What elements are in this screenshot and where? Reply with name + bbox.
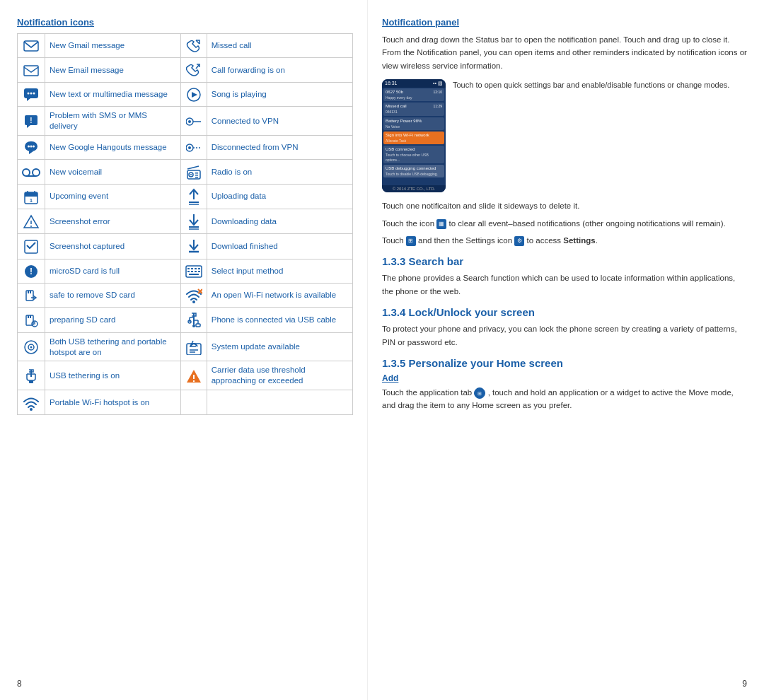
touch-notif-text: Touch one notificaiton and slide it side…: [382, 199, 747, 212]
svg-rect-63: [28, 291, 29, 293]
phone-notif-item: USB connected Touch to choose other USB …: [383, 146, 444, 163]
email-icon: [18, 58, 45, 82]
sms-error-icon: !: [18, 107, 45, 136]
svg-point-29: [190, 174, 192, 175]
wifi-hotspot-label: Portable Wi-Fi hotspot is on: [45, 390, 181, 414]
phone-notif-item: 0627 50b12:10 Happy every day: [383, 88, 444, 101]
svg-point-17: [28, 146, 30, 148]
svg-rect-86: [187, 344, 201, 355]
input-method-icon: [180, 259, 207, 283]
svg-rect-71: [30, 315, 31, 318]
table-row: New Gmail message Missed call: [18, 34, 353, 58]
section-133-heading: 1.3.3 Search bar: [382, 255, 747, 267]
svg-line-27: [187, 166, 199, 169]
section-134-body: To protect your phone and privacy, you c…: [382, 322, 747, 349]
svg-rect-91: [29, 380, 33, 383]
svg-rect-60: [198, 271, 200, 272]
page-number-right: 9: [742, 679, 747, 689]
phone-notif-item-orange: Sign into Wi-Fi network Allocate Task: [383, 132, 444, 144]
downloading-label: Downloading data: [207, 209, 352, 234]
svg-rect-32: [195, 177, 198, 178]
svg-point-9: [33, 93, 35, 95]
table-row: ! Problem with SMS or MMS delivery Conne…: [18, 107, 353, 136]
svg-point-94: [193, 380, 195, 382]
svg-point-95: [30, 408, 33, 411]
svg-point-7: [28, 93, 30, 95]
app-tab-icon: ⊞: [474, 387, 485, 399]
page-number-left: 8: [17, 679, 22, 689]
call-forward-label: Call forwarding is on: [207, 58, 352, 82]
download-finished-label: Download finished: [207, 234, 352, 259]
svg-rect-59: [195, 271, 197, 272]
notif-panel-title: Notification panel: [382, 17, 747, 28]
data-warning-icon: [180, 361, 207, 390]
usb-tethering-hotspot-icon: [18, 332, 45, 361]
data-warning-label: Carrier data use threshold approaching o…: [207, 361, 352, 390]
table-row: 1 Upcoming event Uploading data: [18, 184, 353, 209]
call-forward-icon: [180, 58, 207, 82]
svg-rect-30: [195, 173, 198, 174]
phone-bottom-bar: © 2014 ZTE CO., LTD.: [382, 185, 446, 192]
phone-notif-item: Missed call11:29 066131: [383, 103, 444, 115]
table-row: USB tethering is on Carrier data use thr…: [18, 361, 353, 390]
svg-rect-53: [187, 268, 190, 269]
table-row: Both USB tethering and portable hotspot …: [18, 332, 353, 361]
sd-preparing-label: preparing SD card: [45, 308, 181, 332]
wifi-available-label: An open Wi-Fi network is available: [207, 283, 352, 307]
svg-rect-55: [195, 268, 197, 269]
table-row: New Email message Call forwarding is on: [18, 58, 353, 82]
radio-on-label: Radio is on: [207, 160, 352, 184]
settings-text: Touch ⊞ and then the Settings icon ⚙ to …: [382, 234, 747, 247]
table-row: ! microSD card is full: [18, 259, 353, 283]
wifi-hotspot-icon: [18, 390, 45, 414]
missed-call-label: Missed call: [207, 34, 352, 58]
svg-point-24: [33, 169, 40, 176]
table-row: preparing SD card Phone is connecte: [18, 308, 353, 332]
screenshot-error-label: Screenshot error: [45, 209, 181, 234]
table-row: Screenshot captured Download finished: [18, 234, 353, 259]
notif-panel-body: Touch and drag down the Status bar to op…: [382, 33, 747, 72]
svg-rect-34: [25, 192, 37, 197]
svg-text:1: 1: [30, 198, 33, 203]
calendar-icon: 1: [18, 184, 45, 209]
vpn-disconnected-icon: [180, 136, 207, 160]
usb-connected-label: Phone is connected via USB cable: [207, 308, 352, 332]
empty-label: [207, 390, 352, 414]
table-row: Portable Wi-Fi hotspot is on: [18, 390, 353, 414]
uploading-icon: [180, 184, 207, 209]
svg-rect-70: [28, 315, 29, 318]
sd-remove-label: safe to remove SD card: [45, 283, 181, 307]
panel-image-row: 16:31 ▪▪ ▧ 0627 50b12:10 Happy every day…: [382, 79, 747, 192]
hangouts-label: New Google Hangouts message: [45, 136, 181, 160]
svg-text:!: !: [30, 267, 33, 276]
svg-point-43: [30, 226, 32, 227]
usb-tethering-label: USB tethering is on: [45, 361, 181, 390]
input-method-label: Select input method: [207, 259, 352, 283]
phone-mockup: 16:31 ▪▪ ▧ 0627 50b12:10 Happy every day…: [382, 79, 446, 192]
sd-full-icon: !: [18, 259, 45, 283]
uploading-label: Uploading data: [207, 184, 352, 209]
svg-point-66: [192, 301, 195, 303]
email-label: New Email message: [45, 58, 181, 82]
phone-status-bar: 16:31 ▪▪ ▧: [382, 79, 446, 88]
svg-rect-56: [198, 268, 200, 269]
screenshot-captured-label: Screenshot captured: [45, 234, 181, 259]
settings-bold: Settings: [563, 236, 595, 245]
settings-icon: ⚙: [514, 236, 524, 246]
table-row: Screenshot error Downloading data: [18, 209, 353, 234]
svg-line-2: [31, 42, 38, 47]
table-row: safe to remove SD card An open Wi-Fi net…: [18, 283, 353, 307]
svg-point-19: [33, 146, 35, 148]
left-page: Notification icons New Gmail message: [0, 0, 368, 700]
song-playing-icon: [180, 82, 207, 106]
svg-point-18: [30, 146, 33, 148]
vpn-disconnected-label: Disconnected from VPN: [207, 136, 352, 160]
svg-rect-31: [195, 175, 198, 176]
clear-notif-text: Touch the icon ▦ to clear all event–base…: [382, 217, 747, 230]
apps-icon: ⊞: [406, 236, 416, 246]
phone-notif-item-usb: USB debugging connected Touch to disable…: [383, 165, 444, 177]
section-133-body: The phone provides a Search function whi…: [382, 272, 747, 298]
notification-table: New Gmail message Missed call: [17, 33, 353, 415]
upcoming-event-label: Upcoming event: [45, 184, 181, 209]
text-message-icon: [18, 82, 45, 106]
